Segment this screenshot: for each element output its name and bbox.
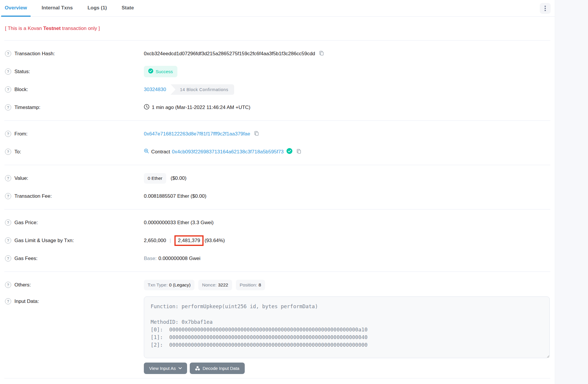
clock-icon bbox=[144, 104, 149, 111]
gas-used-highlight-box: 2,481,379 bbox=[174, 235, 204, 246]
gas-limit-value: 2,650,000 bbox=[144, 238, 166, 244]
copy-icon bbox=[319, 50, 324, 57]
transaction-details-card: Overview Internal Txns Logs (1) State [ … bbox=[0, 0, 555, 384]
status-row: ? Status: Success bbox=[0, 63, 555, 81]
status-label: Status: bbox=[14, 69, 30, 75]
to-row: ? To: Contract 0x4cb093f226983713164a621… bbox=[0, 143, 555, 161]
help-icon[interactable]: ? bbox=[5, 219, 11, 226]
contract-prefix-label: Contract bbox=[151, 149, 170, 155]
transaction-hash-value: 0xcb324eedcd1d07296fdf3d215a2865275f159c… bbox=[144, 51, 315, 57]
value-separator: | bbox=[170, 238, 171, 243]
to-contract-address-link[interactable]: 0x4cb093f226983713164a62138c3f718a5b595f… bbox=[172, 149, 284, 155]
tab-bar: Overview Internal Txns Logs (1) State bbox=[0, 0, 555, 17]
ether-value-badge: 0 Ether bbox=[144, 173, 166, 184]
chevron-down-icon bbox=[179, 367, 182, 369]
help-icon[interactable]: ? bbox=[5, 51, 11, 57]
input-data-row: ? Input Data: Function: performUpkeep(ui… bbox=[0, 294, 555, 374]
help-icon[interactable]: ? bbox=[5, 237, 11, 244]
overview-group-5: ? Others: Txn Type: 0 (Legacy) Nonce: 32… bbox=[0, 272, 555, 378]
overview-group-4: ? Gas Price: 0.0000000033 Ether (3.3 Gwe… bbox=[0, 209, 555, 271]
txn-type-badge: Txn Type: 0 (Legacy) bbox=[144, 280, 194, 290]
help-icon[interactable]: ? bbox=[5, 86, 11, 93]
copy-icon bbox=[296, 148, 302, 155]
gas-fees-row: ? Gas Fees: Base: 0.000000008 Gwei bbox=[0, 249, 555, 267]
gas-used-percent: (93.64%) bbox=[204, 238, 225, 244]
help-icon[interactable]: ? bbox=[5, 298, 11, 304]
others-row: ? Others: Txn Type: 0 (Legacy) Nonce: 32… bbox=[0, 276, 555, 294]
value-row: ? Value: 0 Ether ($0.00) bbox=[0, 169, 555, 187]
block-row: ? Block: 30324830 14 Block Confirmations bbox=[0, 81, 555, 98]
copy-hash-button[interactable] bbox=[318, 50, 325, 58]
input-data-textarea[interactable]: Function: performUpkeep(uint256 id, byte… bbox=[144, 296, 550, 358]
timestamp-label: Timestamp: bbox=[14, 105, 40, 110]
view-input-as-button[interactable]: View Input As bbox=[144, 363, 187, 374]
page-background-gutter bbox=[555, 0, 588, 384]
cubes-icon bbox=[195, 366, 200, 371]
gas-used-value: 2,481,379 bbox=[178, 238, 200, 243]
help-icon[interactable]: ? bbox=[5, 104, 11, 110]
gas-fees-base-label: Base: bbox=[144, 256, 156, 261]
from-row: ? From: 0x647e7168122263d8e7f81f17fff9c2… bbox=[0, 125, 555, 143]
overview-group-1: ? Transaction Hash: 0xcb324eedcd1d07296f… bbox=[0, 41, 555, 120]
from-label: From: bbox=[14, 131, 27, 137]
kebab-icon bbox=[544, 6, 546, 11]
transaction-fee-value: 0.0081885507 Ether ($0.00) bbox=[144, 193, 206, 199]
testnet-notice: [ This is a Kovan Testnet transaction on… bbox=[0, 17, 555, 40]
input-data-label: Input Data: bbox=[14, 299, 39, 304]
value-usd: ($0.00) bbox=[171, 175, 186, 181]
to-label: To: bbox=[14, 149, 21, 155]
status-badge: Success bbox=[144, 66, 177, 77]
block-number-link[interactable]: 30324830 bbox=[144, 87, 166, 93]
help-icon[interactable]: ? bbox=[5, 282, 11, 288]
timestamp-value: 1 min ago (Mar-11-2022 11:46:24 AM +UTC) bbox=[152, 105, 250, 110]
gas-fees-label: Gas Fees: bbox=[14, 256, 37, 261]
gas-price-value: 0.0000000033 Ether (3.3 Gwei) bbox=[144, 220, 214, 226]
block-label: Block: bbox=[14, 87, 28, 93]
timestamp-row: ? Timestamp: 1 min ago (Mar-11-2022 11:4… bbox=[0, 98, 555, 116]
help-icon[interactable]: ? bbox=[5, 255, 11, 261]
tab-logs[interactable]: Logs (1) bbox=[84, 0, 110, 17]
copy-from-address-button[interactable] bbox=[253, 130, 260, 138]
nonce-badge: Nonce: 3222 bbox=[198, 280, 232, 290]
transaction-fee-label: Transaction Fee: bbox=[14, 193, 52, 199]
transaction-hash-row: ? Transaction Hash: 0xcb324eedcd1d07296f… bbox=[0, 45, 555, 63]
gas-limit-usage-row: ? Gas Limit & Usage by Txn: 2,650,000 | … bbox=[0, 232, 555, 249]
divider bbox=[4, 378, 550, 378]
transaction-fee-row: ? Transaction Fee: 0.0081885507 Ether ($… bbox=[0, 187, 555, 205]
others-label: Others: bbox=[14, 282, 31, 288]
help-icon[interactable]: ? bbox=[5, 193, 11, 199]
transaction-hash-label: Transaction Hash: bbox=[14, 51, 55, 57]
copy-icon bbox=[254, 130, 259, 137]
block-confirmations-badge: 14 Block Confirmations bbox=[171, 84, 234, 95]
overview-group-3: ? Value: 0 Ether ($0.00) ? Transaction F… bbox=[0, 165, 555, 209]
gas-limit-usage-label: Gas Limit & Usage by Txn: bbox=[14, 238, 74, 244]
gas-fees-base-value: 0.000000008 Gwei bbox=[158, 256, 200, 261]
help-icon[interactable]: ? bbox=[5, 149, 11, 155]
decode-input-data-button[interactable]: Decode Input Data bbox=[190, 363, 245, 374]
input-data-actions: View Input As Decode Input Data bbox=[144, 363, 550, 374]
gas-price-row: ? Gas Price: 0.0000000033 Ether (3.3 Gwe… bbox=[0, 214, 555, 232]
more-options-button[interactable] bbox=[540, 3, 551, 14]
tab-internal-txns[interactable]: Internal Txns bbox=[38, 0, 76, 17]
from-address-link[interactable]: 0x647e7168122263d8e7f81f17fff9c2f1aa379f… bbox=[144, 131, 250, 137]
value-label: Value: bbox=[14, 175, 28, 181]
copy-to-address-button[interactable] bbox=[295, 148, 302, 156]
help-icon[interactable]: ? bbox=[5, 68, 11, 75]
help-icon[interactable]: ? bbox=[5, 131, 11, 137]
overview-group-2: ? From: 0x647e7168122263d8e7f81f17fff9c2… bbox=[0, 121, 555, 165]
magnifier-plus-icon bbox=[144, 148, 149, 155]
check-circle-icon bbox=[148, 68, 153, 75]
tab-state[interactable]: State bbox=[118, 0, 138, 17]
help-icon[interactable]: ? bbox=[5, 175, 11, 181]
verified-check-icon bbox=[286, 148, 292, 155]
gas-price-label: Gas Price: bbox=[14, 220, 38, 226]
position-badge: Position: 8 bbox=[236, 280, 265, 290]
tab-overview[interactable]: Overview bbox=[1, 0, 31, 17]
